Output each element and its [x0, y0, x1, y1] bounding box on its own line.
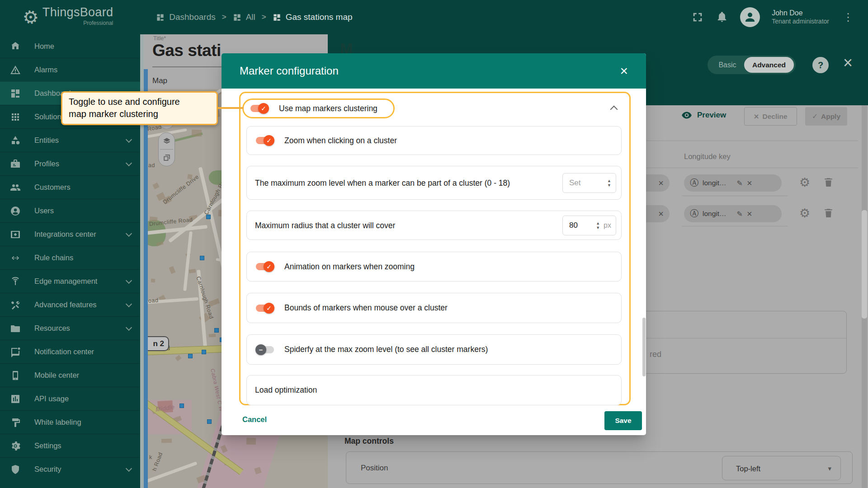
longitude-key-chip[interactable]: Ⓐ longit… ✎ × [684, 205, 782, 222]
preview-button[interactable]: Preview [681, 109, 726, 121]
dashboard-icon [273, 13, 281, 22]
basic-advanced-toggle[interactable]: Basic Advanced [708, 56, 796, 74]
undefinedsidebar-icon [10, 88, 21, 99]
gas-station-marker[interactable] [200, 256, 204, 260]
gas-station-marker[interactable] [206, 215, 211, 219]
user-info[interactable]: John Doe Tenant administrator [772, 9, 829, 26]
remove-key-icon[interactable]: × [747, 209, 752, 219]
use-clustering-toggle[interactable]: ✓ [250, 105, 269, 112]
title-field-value[interactable]: Gas stati [152, 41, 221, 60]
position-select[interactable]: Top-left ▾ [722, 456, 841, 480]
spiderfy-toggle[interactable]: – [256, 346, 274, 353]
check-icon: ✓ [264, 135, 274, 146]
sidebar-item-rule-chains[interactable]: Rule chains [0, 246, 144, 269]
sidebar-item-advanced-features[interactable]: Advanced features [0, 293, 144, 316]
latitude-key-chip-fragment[interactable]: × [646, 174, 670, 192]
pages-icon[interactable] [162, 153, 171, 162]
gas-station-marker[interactable] [207, 419, 212, 424]
tab-advanced[interactable]: Advanced [744, 57, 794, 73]
latitude-key-chip-fragment[interactable]: × [646, 205, 670, 222]
edit-key-icon[interactable]: ✎ [737, 179, 743, 188]
breadcrumb-dashboards[interactable]: Dashboards [156, 12, 215, 22]
position-setting-card: Position Top-left ▾ [346, 451, 853, 484]
sidebar-item-customers[interactable]: Customers [0, 175, 144, 199]
layers-icon[interactable] [162, 136, 171, 145]
close-widget-editor-icon[interactable]: × [843, 53, 853, 72]
map-building [189, 269, 196, 273]
apply-button[interactable]: ✓ Apply [805, 107, 847, 126]
tab-basic[interactable]: Basic [708, 56, 747, 74]
sidebar-item-mobile-center[interactable]: Mobile center [0, 363, 144, 387]
save-button[interactable]: Save [604, 411, 642, 430]
zoom-on-cluster-toggle[interactable]: ✓ [256, 137, 274, 144]
page-scrollbar-thumb[interactable] [862, 210, 867, 319]
spiderfy-row: – Spiderfy at the max zoom level (to see… [246, 334, 622, 365]
chevron-down-icon [126, 300, 132, 307]
sidebar-item-security[interactable]: Security [0, 457, 144, 481]
edit-key-icon[interactable]: ✎ [737, 210, 743, 218]
check-icon: ✓ [258, 103, 269, 114]
undefinedsidebar-icon [10, 65, 21, 75]
minus-icon: – [255, 344, 266, 355]
breadcrumb-separator: > [262, 13, 266, 22]
help-icon[interactable]: ? [812, 57, 829, 73]
longitude-key-chip[interactable]: Ⓐ longit… ✎ × [684, 174, 782, 192]
sidebar-item-resources[interactable]: Resources [0, 316, 144, 340]
sidebar-item-home[interactable]: Home [0, 34, 144, 58]
sidebar-item-alarms[interactable]: Alarms [0, 58, 144, 81]
map-building [169, 266, 176, 274]
sidebar-item-notification-center[interactable]: Notification center [0, 340, 144, 363]
cancel-button[interactable]: Cancel [242, 415, 267, 424]
remove-key-icon[interactable]: × [658, 178, 664, 188]
decline-button[interactable]: × Decline [744, 107, 797, 126]
widget-selection-border [144, 69, 148, 488]
divider [646, 141, 858, 141]
check-icon: ✓ [264, 261, 274, 272]
remove-key-icon[interactable]: × [658, 209, 664, 219]
row-delete-trash-icon[interactable] [823, 207, 834, 221]
chevron-down-icon [126, 160, 132, 166]
row-settings-gear-icon[interactable]: ⚙ [799, 207, 810, 220]
dialog-scrollbar-thumb[interactable] [642, 318, 646, 376]
remove-key-icon[interactable]: × [747, 178, 752, 188]
sidebar-item-white-labeling[interactable]: White labeling [0, 410, 144, 434]
sidebar-item-settings[interactable]: Settings [0, 434, 144, 457]
sidebar-item-users[interactable]: Users [0, 199, 144, 222]
row-delete-trash-icon[interactable] [823, 177, 834, 190]
toggle-label: Use map markers clustering [279, 104, 377, 113]
more-menu-icon[interactable]: ⋮ [841, 9, 855, 25]
position-label: Position [361, 452, 388, 484]
breadcrumb-current[interactable]: Gas stations map [273, 12, 353, 22]
chevron-down-icon [126, 277, 132, 283]
bounds-toggle[interactable]: ✓ [256, 305, 274, 312]
notifications-bell-icon[interactable] [716, 11, 728, 23]
number-stepper[interactable]: ▲▼ [596, 221, 600, 230]
app-logo[interactable]: ⚙ ThingsBoard Professional [23, 5, 113, 30]
sidebar-item-label: Settings [34, 441, 61, 450]
user-avatar[interactable] [740, 7, 760, 27]
gas-station-marker[interactable] [179, 404, 184, 408]
map-building [192, 130, 202, 136]
close-dialog-icon[interactable]: × [620, 64, 628, 78]
number-stepper[interactable]: ▲▼ [607, 179, 611, 187]
gas-station-marker[interactable] [214, 328, 219, 333]
sidebar-item-edge-management[interactable]: Edge management [0, 269, 144, 293]
sidebar-item-api-usage[interactable]: API usage [0, 387, 144, 410]
fullscreen-icon[interactable] [691, 11, 704, 23]
map-cluster-badge[interactable]: n 2 [148, 336, 169, 351]
sidebar-item-entities[interactable]: Entities [0, 128, 144, 152]
app-header: ⚙ ThingsBoard Professional Dashboards > … [0, 0, 868, 34]
sidebar-item-integrations-center[interactable]: Integrations center [0, 222, 144, 246]
chevron-down-icon [126, 136, 132, 142]
row-settings-gear-icon[interactable]: ⚙ [799, 177, 810, 189]
sidebar-item-label: Rule chains [34, 253, 73, 262]
sidebar-item-profiles[interactable]: Profiles [0, 152, 144, 175]
check-icon: ✓ [812, 113, 818, 121]
gas-station-marker[interactable] [188, 354, 193, 358]
max-radius-input[interactable] [569, 221, 593, 230]
attribute-icon: Ⓐ [690, 177, 698, 189]
animation-toggle[interactable]: ✓ [256, 263, 274, 270]
max-zoom-level-input[interactable] [569, 178, 593, 188]
breadcrumb-all[interactable]: All [233, 12, 255, 22]
gas-station-marker[interactable] [202, 350, 206, 354]
